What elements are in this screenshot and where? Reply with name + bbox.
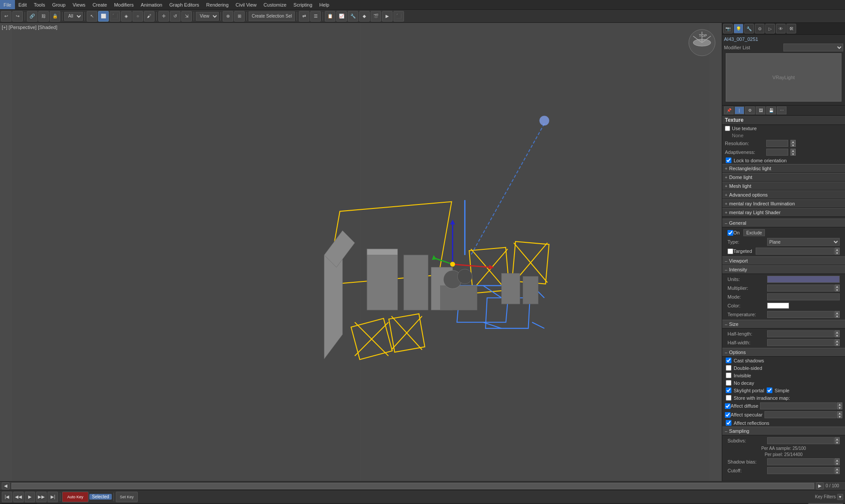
view-select-dropdown[interactable]: View (196, 12, 219, 21)
skylight-portal-checkbox[interactable] (726, 387, 731, 393)
invisible-checkbox[interactable] (726, 373, 731, 378)
create-selection-button[interactable]: Create Selection Sel (249, 11, 295, 21)
vraylight-box[interactable]: VRayLight (726, 53, 841, 102)
schematic-button[interactable]: 🔧 (348, 11, 358, 22)
intensity-section-header[interactable]: – Intensity (722, 265, 845, 274)
prev-key-button[interactable]: ◀◀ (13, 492, 24, 502)
undo-button[interactable]: ↩ (1, 11, 11, 22)
align-button[interactable]: ⊞ (234, 11, 245, 22)
exclude-button[interactable]: Exclude (743, 229, 765, 236)
render-frame-button[interactable]: ▶ (382, 11, 393, 22)
sb-spinner[interactable]: ▲ ▼ (834, 458, 840, 465)
temp-up[interactable]: ▲ (834, 311, 840, 314)
mirror-button[interactable]: ⇄ (299, 11, 309, 22)
multiplier-spinner[interactable]: ▲ ▼ (834, 285, 840, 292)
render-save-button[interactable]: 💾 (766, 106, 776, 114)
menu-help[interactable]: Help (316, 0, 333, 9)
go-end-button[interactable]: ▶| (48, 492, 58, 502)
no-decay-checkbox[interactable] (726, 380, 731, 386)
affect-specular-checkbox[interactable] (725, 412, 731, 418)
general-section-header[interactable]: – General (722, 219, 845, 227)
menu-edit[interactable]: Edit (15, 0, 30, 9)
render-more-button[interactable]: ⋯ (777, 106, 786, 114)
adaptiveness-input[interactable]: 1,0 (766, 149, 788, 156)
prev-frame-button[interactable]: ◀ (2, 482, 10, 489)
mental-ray-indirect-header[interactable]: + mental ray Indirect Illumination (722, 199, 845, 208)
scale-button[interactable]: ⇲ (181, 11, 192, 22)
simple-checkbox[interactable] (767, 387, 772, 393)
menu-graph-editors[interactable]: Graph Editors (166, 0, 203, 9)
menu-animation[interactable]: Animation (137, 0, 166, 9)
sub-up[interactable]: ▲ (834, 437, 840, 441)
menu-scripting[interactable]: Scripting (290, 0, 316, 9)
select-fence-button[interactable]: ◈ (121, 11, 132, 22)
menu-civil-view[interactable]: Civil View (232, 0, 260, 9)
menu-group[interactable]: Group (48, 0, 69, 9)
hw-down[interactable]: ▼ (834, 343, 840, 346)
shadow-bias-input[interactable]: 0,02cm (767, 458, 834, 465)
co-up[interactable]: ▲ (834, 467, 840, 471)
time-track[interactable] (11, 483, 814, 489)
affect-reflections-checkbox[interactable] (726, 420, 731, 426)
bind-space-button[interactable]: 🔒 (50, 11, 60, 22)
affect-diffuse-checkbox[interactable] (725, 403, 731, 409)
select-region-button[interactable]: ⬜ (98, 11, 109, 22)
store-irradiance-checkbox[interactable] (726, 395, 731, 401)
advanced-options-header[interactable]: + Advanced options (722, 190, 845, 199)
half-length-input[interactable]: 89,019cm (767, 330, 834, 337)
layer-button[interactable]: 📋 (325, 11, 335, 22)
subdiv-spinner[interactable]: ▲ ▼ (834, 437, 840, 444)
play-button[interactable]: ▶ (25, 492, 35, 502)
set-key-button[interactable]: Set Key (116, 492, 138, 502)
menu-file[interactable]: File (0, 0, 15, 9)
co-down[interactable]: ▼ (834, 471, 840, 474)
hl-spinner[interactable]: ▲ ▼ (834, 330, 840, 337)
menu-customize[interactable]: Customize (260, 0, 290, 9)
mesh-light-header[interactable]: + Mesh light (722, 182, 845, 190)
move-button[interactable]: ✛ (158, 11, 169, 22)
double-sided-checkbox[interactable] (726, 365, 731, 371)
on-checkbox[interactable] (727, 230, 733, 236)
affect-diffuse-input[interactable]: 1,0 (760, 402, 837, 409)
temperature-input[interactable]: 6500,0 (767, 311, 834, 318)
targeted-checkbox[interactable] (727, 248, 733, 254)
type-dropdown[interactable]: Plane (767, 238, 840, 246)
next-frame-button[interactable]: ▶ (816, 482, 824, 489)
sb-up[interactable]: ▲ (834, 458, 840, 462)
key-filter-button[interactable]: ▼ (837, 494, 843, 500)
co-spinner[interactable]: ▲ ▼ (834, 467, 840, 474)
subdivs-input[interactable]: 120 (767, 437, 834, 444)
render-active-button[interactable]: | (735, 106, 744, 114)
affect-specular-input[interactable]: 1,0 (764, 411, 837, 418)
material-editor-button[interactable]: ◆ (359, 11, 370, 22)
targeted-spinner[interactable]: ▲ ▼ (834, 248, 840, 255)
options-section-header[interactable]: – Options (722, 348, 845, 357)
next-key-button[interactable]: ▶▶ (36, 492, 47, 502)
units-input[interactable]: Default (image) (767, 276, 840, 283)
as-up[interactable]: ▲ (837, 411, 842, 415)
pivot-button[interactable]: ⊕ (223, 11, 233, 22)
redo-button[interactable]: ↪ (12, 11, 23, 22)
panel-tab-modify[interactable]: 🔧 (744, 24, 754, 33)
mental-ray-light-shader-header[interactable]: + mental ray Light Shader (722, 208, 845, 217)
half-width-input[interactable]: 63,128cm (767, 339, 834, 346)
panel-tab-display[interactable]: 👁 (776, 24, 786, 33)
temp-down[interactable]: ▼ (834, 314, 840, 318)
render-last-button[interactable]: ⬛ (393, 11, 404, 22)
select-link-button[interactable]: 🔗 (27, 11, 37, 22)
lock-dome-checkbox[interactable] (726, 157, 731, 163)
ad-up[interactable]: ▲ (837, 402, 842, 406)
panel-tab-camera[interactable]: 📷 (723, 24, 733, 33)
sb-down[interactable]: ▼ (834, 462, 840, 465)
mode-input[interactable]: Color (767, 293, 840, 300)
select-button[interactable]: ↖ (87, 11, 97, 22)
adapt-down[interactable]: ▼ (790, 152, 796, 156)
sampling-section-header[interactable]: – Sampling (722, 427, 845, 435)
resolution-down[interactable]: ▼ (790, 143, 796, 147)
hw-up[interactable]: ▲ (834, 339, 840, 343)
menu-create[interactable]: Create (89, 0, 110, 9)
targeted-down[interactable]: ▼ (834, 251, 840, 255)
go-start-button[interactable]: |◀ (2, 492, 12, 502)
selection-filter-dropdown[interactable]: All (64, 12, 83, 21)
rotate-button[interactable]: ↺ (170, 11, 180, 22)
